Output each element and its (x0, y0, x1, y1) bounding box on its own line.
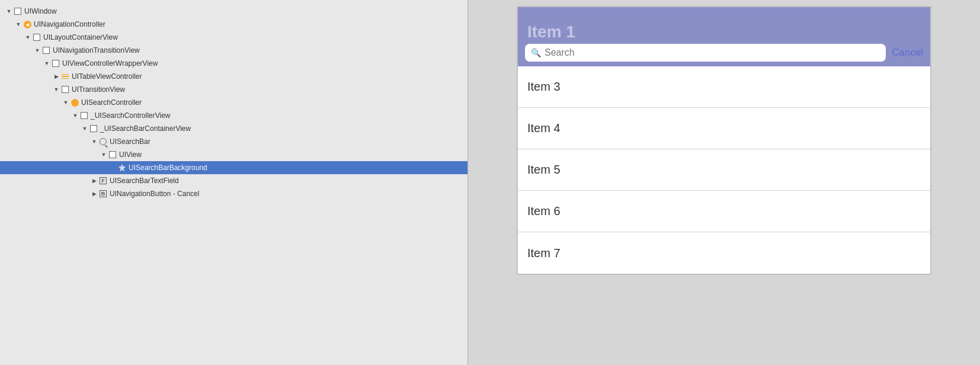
rect-icon (108, 150, 117, 159)
list-item[interactable]: Item 7 (518, 232, 930, 274)
tree-item-uiwindow[interactable]: ▼ UIWindow (0, 5, 467, 18)
item-label: Item 4 (527, 121, 561, 135)
label-uitablevc: UITableViewController (72, 72, 142, 81)
label-uitransitionview: UITransitionView (72, 85, 125, 94)
circle-orange-icon (70, 98, 79, 107)
list-item[interactable]: Item 6 (518, 191, 930, 232)
list-icon (60, 72, 70, 81)
rect-icon (41, 46, 51, 55)
tree-item-uisearchbartf[interactable]: ▶ F UISearchBarTextField (0, 174, 467, 187)
search-input[interactable] (545, 47, 880, 58)
search-icon (98, 137, 108, 146)
ios-search-row: 🔍 Cancel (518, 44, 930, 62)
rect-icon (32, 33, 41, 42)
tree-item-uiview[interactable]: ▼ UIView (0, 148, 467, 161)
toggle-uinavbtn[interactable]: ▶ (90, 190, 98, 198)
label-uiwindow: UIWindow (24, 7, 57, 15)
b-icon: B (98, 189, 108, 198)
label-uisearchbarbg: UISearchBarBackground (129, 164, 207, 172)
tree-item-uitransitionview[interactable]: ▼ UITransitionView (0, 83, 467, 96)
toggle-uisearchcontrollerview[interactable]: ▼ (71, 111, 79, 120)
label-uilayout: UILayoutContainerView (43, 33, 118, 41)
label-uisearchbarcontainer: _UISearchBarContainerView (100, 124, 191, 133)
label-uiview: UIView (119, 151, 142, 159)
ios-search-bar[interactable]: 🔍 (525, 44, 886, 62)
svg-marker-0 (119, 164, 126, 171)
toggle-uitransitionview[interactable]: ▼ (52, 85, 60, 94)
tree-item-uinavcontroller[interactable]: ▼ ◀ UINavigationController (0, 18, 467, 31)
list-item[interactable]: Item 3 (518, 66, 930, 108)
nav-icon: ◀ (23, 20, 32, 29)
tree-item-uisearchbar[interactable]: ▼ UISearchBar (0, 135, 467, 148)
label-uisearchbartf: UISearchBarTextField (110, 177, 179, 185)
item-label: Item 6 (527, 204, 561, 218)
toggle-uisearchbarcontainer[interactable]: ▼ (81, 124, 89, 133)
tree-item-uisearchbarbg[interactable]: UISearchBarBackground (0, 161, 467, 174)
tree-item-uitablevc[interactable]: ▶ UITableViewController (0, 70, 467, 83)
toggle-uilayout[interactable]: ▼ (24, 33, 32, 41)
toggle-uisearchcontroller[interactable]: ▼ (62, 98, 70, 107)
rect-icon (60, 85, 70, 94)
star-icon (117, 163, 127, 172)
tree-item-uinavbtn[interactable]: ▶ B UINavigationButton - Cancel (0, 187, 467, 200)
list-item[interactable]: Item 5 (518, 149, 930, 191)
toggle-uiview[interactable]: ▼ (100, 151, 108, 159)
label-uinavbtn: UINavigationButton - Cancel (110, 190, 199, 198)
ios-table: Item 3 Item 4 Item 5 Item 6 Item 7 (518, 66, 930, 274)
f-icon: F (98, 176, 108, 185)
item-label: Item 5 (527, 163, 561, 177)
toggle-uisearchbar[interactable]: ▼ (90, 137, 98, 146)
list-item[interactable]: Item 4 (518, 108, 930, 149)
right-panel: Item 1 🔍 Cancel Item 3 Item 4 Item 5 (468, 0, 980, 365)
label-uinavcontroller: UINavigationController (34, 20, 105, 28)
tree-item-uilayout[interactable]: ▼ UILayoutContainerView (0, 31, 467, 44)
rect-icon (13, 7, 23, 16)
ios-title: Item 1 (527, 23, 921, 41)
toggle-uiviewwrapper[interactable]: ▼ (43, 59, 51, 68)
tree-item-uisearchbarcontainer[interactable]: ▼ _UISearchBarContainerView (0, 122, 467, 135)
tree-item-uisearchcontrollerview[interactable]: ▼ _UISearchControllerView (0, 109, 467, 122)
toggle-uisearchbartf[interactable]: ▶ (90, 177, 98, 185)
ios-nav-bar: Item 1 🔍 Cancel (518, 7, 930, 66)
label-uisearchcontrollerview: _UISearchControllerView (91, 111, 171, 120)
item-label: Item 7 (527, 246, 561, 260)
toggle-uinavtransition[interactable]: ▼ (33, 46, 41, 55)
search-icon: 🔍 (531, 48, 541, 57)
item-label: Item 3 (527, 80, 561, 94)
toggle-uisearchbarbg (109, 164, 117, 172)
label-uisearchcontroller: UISearchController (81, 98, 142, 107)
ios-title-row: Item 1 (518, 23, 930, 44)
toggle-uitablevc[interactable]: ▶ (52, 72, 60, 81)
tree-item-uiviewwrapper[interactable]: ▼ UIViewControllerWrapperView (0, 57, 467, 70)
label-uinavtransition: UINavigationTransitionView (53, 46, 140, 55)
tree-item-uinavtransition[interactable]: ▼ UINavigationTransitionView (0, 44, 467, 57)
rect-icon (79, 111, 89, 120)
label-uiviewwrapper: UIViewControllerWrapperView (62, 59, 158, 68)
rect-icon (89, 124, 98, 133)
ios-preview: Item 1 🔍 Cancel Item 3 Item 4 Item 5 (517, 6, 931, 275)
tree-item-uisearchcontroller[interactable]: ▼ UISearchController (0, 96, 467, 109)
label-uisearchbar: UISearchBar (110, 137, 150, 146)
cancel-button[interactable]: Cancel (892, 47, 923, 59)
rect-icon (51, 59, 60, 68)
toggle-uinavcontroller[interactable]: ▼ (14, 20, 23, 28)
tree-panel: ▼ UIWindow ▼ ◀ UINavigationController ▼ … (0, 0, 468, 365)
toggle-uiwindow[interactable]: ▼ (5, 7, 13, 15)
